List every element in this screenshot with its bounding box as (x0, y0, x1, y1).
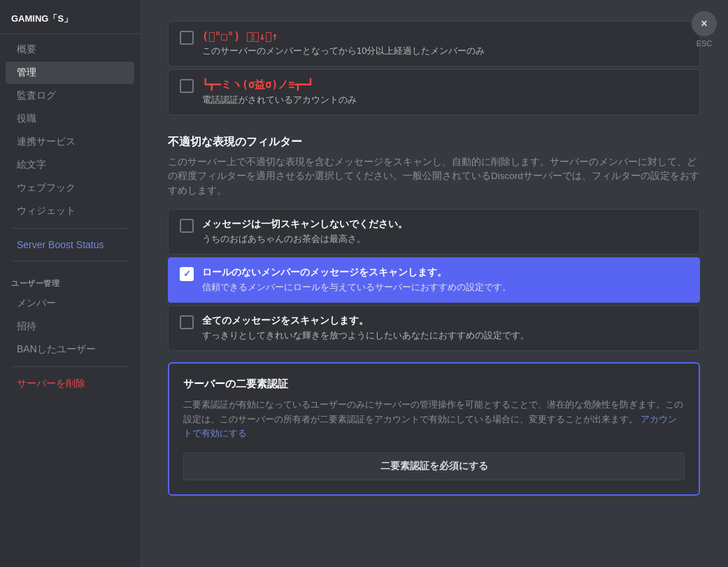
sidebar: GAMING「S」 概要 管理 監査ログ 役職 連携サービス 絵文字 ウェブフッ… (0, 0, 140, 567)
filter-section-description: このサーバー上で不適切な表現を含むメッセージをスキャンし、自動的に削除します。サ… (168, 155, 700, 198)
filter-no-scan-text: メッセージは一切スキャンしないでください。 うちのおばあちゃんのお茶会は最高さ。 (202, 218, 408, 245)
user-section-label: ユーザー管理 (0, 267, 140, 292)
twofa-title: サーバーの二要素認証 (183, 378, 685, 391)
checkbox-all-scan[interactable] (180, 315, 194, 329)
filter-all-scan-text: 全てのメッセージをスキャンします。 すっきりとしてきれいな輝きを放つようにしたい… (202, 315, 529, 342)
filter-option-no-role[interactable]: ロールのないメンバーのメッセージをスキャンします。 信頼できるメンバーにロールを… (168, 257, 700, 303)
sidebar-item-bans[interactable]: BANしたユーザー (6, 338, 134, 361)
filter-option-all-scan[interactable]: 全てのメッセージをスキャンします。 すっきりとしてきれいな輝きを放つようにしたい… (168, 306, 700, 351)
filter-no-scan-title: メッセージは一切スキャンしないでください。 (202, 218, 408, 231)
server-name: GAMING「S」 (0, 7, 140, 34)
filter-option-no-scan[interactable]: メッセージは一切スキャンしないでください。 うちのおばあちゃんのお茶会は最高さ。 (168, 209, 700, 254)
filter-all-scan-subtitle: すっきりとしてきれいな輝きを放つようにしたいあなたにおすすめの設定です。 (202, 329, 529, 342)
checkbox-no-role[interactable] (180, 267, 194, 281)
twofa-description: 二要素認証が有効になっているユーザーのみにサーバーの管理操作を可能とすることで、… (183, 398, 685, 441)
checkbox-phone[interactable] (180, 79, 194, 93)
filter-no-role-text: ロールのないメンバーのメッセージをスキャンします。 信頼できるメンバーにロールを… (202, 266, 511, 294)
esc-label: ESC (697, 39, 713, 48)
sidebar-item-manage[interactable]: 管理 (6, 62, 134, 84)
sidebar-item-overview[interactable]: 概要 (6, 38, 134, 61)
sidebar-item-roles[interactable]: 役職 (6, 108, 134, 130)
twofa-require-button[interactable]: 二要素認証を必須にする (183, 452, 685, 480)
checkbox-phone-text: ┗┳━ミヽ(σ益σ)ノ≡┳━┛ 電話認証がされているアカウントのみ (202, 78, 357, 106)
main-content: × ESC (ﾟ°□°) ／＿↓＿↑ このサーバーのメンバーとなってから10分以… (140, 0, 728, 567)
twofa-section: サーバーの二要素認証 二要素認証が有効になっているユーザーのみにサーバーの管理操… (168, 362, 700, 496)
checkbox-lowlevel-title: (ﾟ°□°) ／＿↓＿↑ (202, 30, 485, 43)
sidebar-item-emoji[interactable]: 絵文字 (6, 154, 134, 176)
sidebar-divider-1 (11, 228, 129, 229)
sidebar-item-integrations[interactable]: 連携サービス (6, 131, 134, 153)
esc-button[interactable]: × ESC (692, 11, 717, 48)
checkbox-phone-title: ┗┳━ミヽ(σ益σ)ノ≡┳━┛ (202, 78, 357, 92)
sidebar-item-widget[interactable]: ウィジェット (6, 200, 134, 222)
sidebar-item-invites[interactable]: 招待 (6, 315, 134, 338)
checkbox-lowlevel-text: (ﾟ°□°) ／＿↓＿↑ このサーバーのメンバーとなってから10分以上経過したメ… (202, 30, 485, 57)
checkbox-lowlevel-subtitle: このサーバーのメンバーとなってから10分以上経過したメンバーのみ (202, 45, 485, 57)
sidebar-item-delete-server[interactable]: サーバーを削除 (6, 373, 134, 395)
sidebar-divider-2 (11, 261, 129, 261)
checkbox-lowlevel[interactable] (180, 31, 194, 45)
sidebar-item-members[interactable]: メンバー (6, 292, 134, 315)
filter-no-role-title: ロールのないメンバーのメッセージをスキャンします。 (202, 266, 511, 279)
sidebar-divider-3 (11, 366, 129, 367)
checkbox-phone-subtitle: 電話認証がされているアカウントのみ (202, 94, 357, 106)
filter-no-role-subtitle: 信頼できるメンバーにロールを与えているサーバーにおすすめの設定です。 (202, 281, 511, 294)
verification-option-phone[interactable]: ┗┳━ミヽ(σ益σ)ノ≡┳━┛ 電話認証がされているアカウントのみ (168, 69, 700, 115)
verification-option-lowlevel[interactable]: (ﾟ°□°) ／＿↓＿↑ このサーバーのメンバーとなってから10分以上経過したメ… (168, 21, 700, 66)
esc-icon[interactable]: × (692, 11, 717, 36)
sidebar-item-webhooks[interactable]: ウェブフック (6, 177, 134, 199)
checkbox-no-scan[interactable] (180, 219, 194, 233)
sidebar-item-audit[interactable]: 監査ログ (6, 85, 134, 107)
filter-section-title: 不適切な表現のフィルター (168, 135, 700, 150)
filter-all-scan-title: 全てのメッセージをスキャンします。 (202, 315, 529, 327)
filter-no-scan-subtitle: うちのおばあちゃんのお茶会は最高さ。 (202, 233, 408, 245)
sidebar-item-boost[interactable]: Server Boost Status (6, 234, 134, 255)
